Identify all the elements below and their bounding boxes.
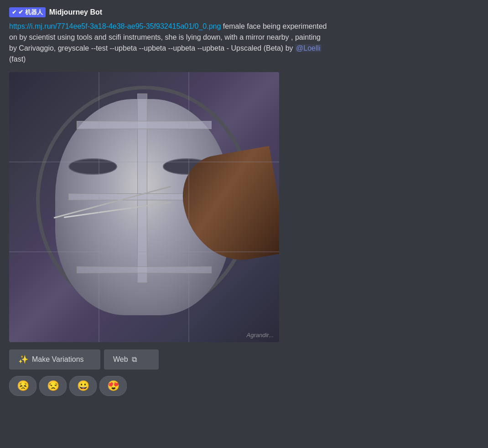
reaction-button-4[interactable]: 😍: [99, 376, 127, 396]
make-variations-button[interactable]: ✨ Make Variations: [9, 349, 100, 370]
image-url-link[interactable]: https://i.mj.run/7714ee5f-3a18-4e38-ae95…: [9, 22, 221, 30]
horizontal-bar-top: [77, 121, 212, 129]
reaction-button-1[interactable]: 😣: [9, 376, 36, 396]
message-content: https://i.mj.run/7714ee5f-3a18-4e38-ae95…: [9, 21, 328, 65]
bot-name: Midjourney Bot: [49, 8, 102, 16]
web-button[interactable]: Web ⧉: [104, 349, 159, 370]
bot-badge-label: ✔ 机器人: [18, 8, 43, 16]
reaction-emoji-4: 😍: [107, 380, 119, 392]
user-mention[interactable]: @Loelli: [295, 44, 322, 52]
upscaled-text: - Upscaled (Beta) by: [227, 44, 293, 52]
speed-text: (fast): [9, 55, 26, 63]
generated-image: Agrandir...: [9, 72, 279, 342]
reaction-button-2[interactable]: 😒: [39, 376, 67, 396]
reaction-button-3[interactable]: 😀: [69, 376, 97, 396]
bot-badge: ✔ ✔ 机器人: [9, 7, 46, 17]
reactions-row: 😣 😒 😀 😍: [9, 376, 479, 396]
reaction-emoji-1: 😣: [17, 380, 29, 392]
web-label: Web: [113, 355, 128, 364]
watermark-text: Agrandir...: [247, 332, 274, 339]
horizontal-bar-bottom: [77, 266, 212, 273]
bot-header: ✔ ✔ 机器人 Midjourney Bot: [9, 7, 479, 17]
reaction-emoji-2: 😒: [47, 380, 59, 392]
reaction-emoji-3: 😀: [77, 380, 89, 392]
external-link-icon: ⧉: [132, 355, 137, 364]
checkmark-icon: ✔: [12, 9, 16, 16]
message-container: ✔ ✔ 机器人 Midjourney Bot https://i.mj.run/…: [9, 7, 479, 396]
buttons-row: ✨ Make Variations Web ⧉: [9, 349, 479, 370]
image-container: Agrandir...: [9, 72, 279, 342]
eye-left: [68, 158, 117, 175]
make-variations-label: Make Variations: [32, 355, 84, 364]
sparkles-icon: ✨: [18, 354, 28, 365]
